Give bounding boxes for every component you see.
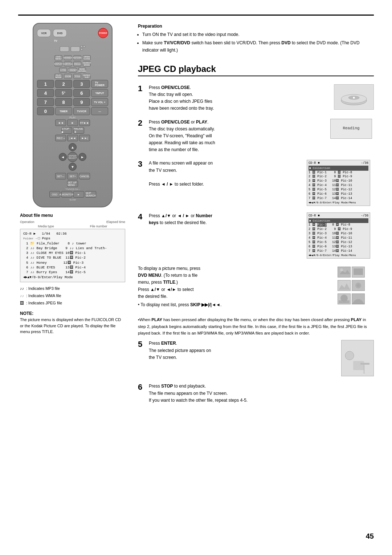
nav-down-button[interactable]: ▼: [69, 163, 77, 171]
skip-next-button[interactable]: ►►|: [79, 135, 90, 141]
marker-button[interactable]: MARKER: [64, 55, 72, 60]
tvvcr-button[interactable]: TV/VCR: [73, 107, 90, 115]
step-6: 6 Press STOP to end playback. The file m…: [138, 383, 374, 404]
step2-screen-area: Reading: [330, 119, 374, 154]
num-6-button[interactable]: 6: [73, 89, 90, 97]
dvd-menu-button[interactable]: DVD MENU: [54, 55, 62, 60]
search-mode-button[interactable]: SEARCH MODE: [83, 61, 91, 66]
rec-skip-row: REC • |◄◄ ►►|: [37, 135, 108, 141]
skip-search-button[interactable]: SKIP SEARCH: [85, 191, 96, 198]
jpeg-legend-text: : Indicates JPEG file: [26, 300, 62, 307]
thumb-img-5: [338, 294, 350, 304]
rec-button[interactable]: REC •: [55, 135, 66, 141]
num-7-button[interactable]: 7: [37, 98, 54, 106]
repeat-ab-button[interactable]: REPEAT A-B: [83, 74, 91, 79]
reading-label: Reading: [343, 126, 359, 131]
step5-area: 5 Press ENTER. The selected picture appe…: [138, 340, 374, 376]
play-mode-button[interactable]: PLAY MODE: [54, 74, 62, 79]
file-menu-diagram-area: Operation Elapsed time Media type File n…: [20, 220, 125, 282]
svg-point-16: [357, 284, 360, 287]
tv-vol-minus-button[interactable]: —: [91, 107, 108, 115]
input-button[interactable]: *INPUT: [91, 89, 108, 97]
num-2-button[interactable]: 2: [55, 80, 72, 88]
photo-thumbnails: [338, 265, 374, 308]
fourth-buttons-row: PLAY MODE ZOOM TITLE REPEAT A-B: [37, 74, 108, 79]
num-8-button[interactable]: 8: [55, 98, 72, 106]
set-minus-button[interactable]: SET—: [55, 173, 66, 179]
setup-menu-row: SET UP MENU: [37, 181, 108, 187]
a-monitor-button[interactable]: A.MONITOR: [61, 191, 72, 198]
step-3: 3 A file menu screen will appear on the …: [138, 160, 304, 206]
atrk-button[interactable]: A.TRK: [59, 68, 67, 73]
middle-line3: menu, press TITLE.): [138, 279, 334, 286]
page-number: 45: [366, 532, 374, 540]
step-2-number: 2: [138, 119, 146, 127]
skip-prev-button[interactable]: |◄◄: [67, 135, 78, 141]
dvd-button[interactable]: DVD: [53, 29, 67, 37]
stop-button[interactable]: STOP ■: [61, 127, 72, 134]
set-plus-button[interactable]: SET+: [67, 173, 78, 179]
file-menu-title: About file menu: [20, 213, 125, 218]
step-4-number: 4: [138, 212, 146, 221]
middle-text-block: To display a picture menu, press DVD MEN…: [138, 265, 334, 308]
pause-button[interactable]: PAUSE ⏸: [73, 127, 84, 134]
disc-illustration: [339, 86, 368, 108]
zoom-button[interactable]: ZOOM: [64, 74, 72, 79]
top-buttons-row: DVD MENU MARKER RETURN OPEN/ CLOSE: [37, 55, 108, 60]
tv-vol-button[interactable]: TV VOL +: [91, 98, 108, 106]
play-bottom-button[interactable]: ►: [73, 191, 84, 198]
play-label: PLAY: [37, 116, 108, 119]
ff-button[interactable]: FF►►: [79, 119, 90, 126]
step-1: 1 Press OPEN/CLOSE. The disc tray will o…: [138, 84, 331, 112]
prep-title: Preparation: [138, 23, 374, 30]
rew-button[interactable]: ◄◄: [55, 119, 66, 126]
num-3-button[interactable]: 3: [73, 80, 90, 88]
nav-right-button[interactable]: ►: [78, 153, 86, 161]
return-button[interactable]: RETURN: [73, 55, 81, 60]
step-4-content: Press ▲/▼ or ◄ / ► or Number keys to sel…: [149, 212, 303, 226]
step-5-content: Press ENTER. The selected picture appear…: [149, 340, 338, 361]
title-button[interactable]: TITLE: [73, 74, 81, 79]
svg-point-8: [353, 97, 355, 99]
nav-up-button[interactable]: ▲: [69, 143, 77, 151]
middle-line5: the desired file.: [138, 293, 334, 300]
open-close-button[interactable]: OPEN/ CLOSE: [83, 55, 91, 60]
play-button[interactable]: ►: [67, 119, 78, 126]
timer-button[interactable]: TIMER: [55, 107, 72, 115]
step-6-number: 6: [138, 383, 146, 392]
creset-button[interactable]: C.RESET: [69, 68, 77, 73]
angle-button[interactable]: ANGLE: [73, 61, 81, 66]
photo-row-2: [338, 280, 374, 291]
tv-input-selector: [58, 44, 87, 54]
setup-menu-button[interactable]: SET UP MENU: [67, 181, 78, 187]
file-number-label: File number: [90, 224, 107, 228]
third-buttons-row: A.TRK C.RESET SEND RETURN: [37, 68, 108, 73]
file-menu-section: About file menu Operation Elapsed time M…: [20, 213, 125, 335]
tv-power-button[interactable]: TVPOWER: [91, 80, 108, 88]
step-3-content: A file menu screen will appear on the TV…: [149, 160, 304, 188]
prep-bullet-1: Turn ON the TV and set it to the video i…: [142, 31, 374, 38]
thumb-2: [352, 267, 365, 278]
subtitle-button[interactable]: SUBTITLE: [64, 61, 72, 66]
section-title: JPEG CD playback: [138, 64, 374, 76]
nav-left-button[interactable]: ◄: [59, 153, 67, 161]
svg-rect-24: [360, 363, 369, 365]
num-5-button[interactable]: 5°: [55, 89, 72, 97]
transport-row: ◄◄ ► FF►►: [37, 119, 108, 126]
file-list-screen-2: CD-R ■-/36 ■ Collection 1 🖼 Pic-3 8 🖼 Pi…: [307, 212, 370, 259]
num-4-button[interactable]: 4: [37, 89, 54, 97]
num-1-button[interactable]: 1: [37, 80, 54, 88]
vcr-button[interactable]: VCR: [37, 29, 51, 37]
num-9-button[interactable]: 9: [73, 98, 90, 106]
display-button[interactable]: DISPLAY: [54, 61, 62, 66]
num-0-button[interactable]: 0: [37, 107, 54, 115]
legend-jpeg: 🖼 : Indicates JPEG file: [20, 300, 125, 307]
enter-select-button[interactable]: ENTER/ SELECT: [68, 152, 78, 162]
person-illustration: [342, 341, 373, 376]
cancel-button[interactable]: CANCEL: [79, 173, 90, 179]
top-rule: [18, 15, 374, 16]
osd-button[interactable]: OSD: [49, 191, 60, 198]
power-button[interactable]: POWER: [98, 28, 108, 38]
step-1-content: Press OPEN/CLOSE. The disc tray will ope…: [149, 84, 331, 112]
send-return-button[interactable]: SEND RETURN: [78, 68, 86, 73]
